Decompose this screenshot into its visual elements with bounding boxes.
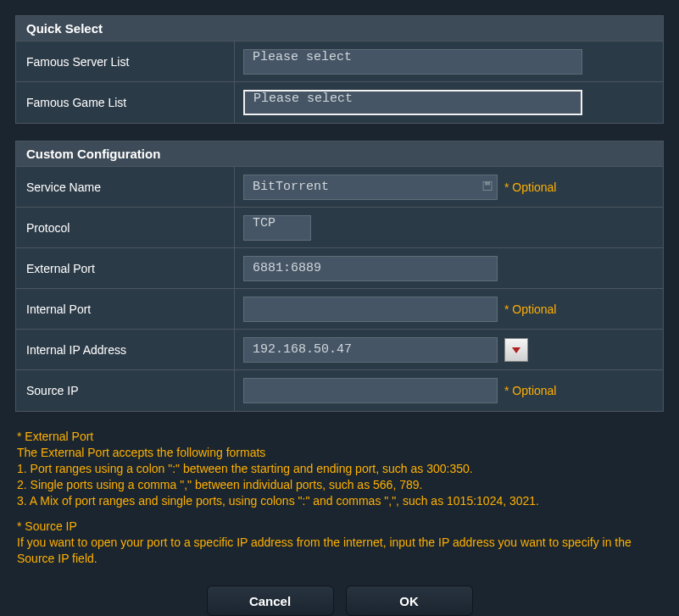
famous-game-row: Famous Game List Please select xyxy=(16,82,663,123)
custom-config-header: Custom Configuration xyxy=(16,142,663,167)
help-text-block: * External Port The External Port accept… xyxy=(15,429,664,567)
source-ip-label: Source IP xyxy=(16,370,235,411)
chevron-down-icon xyxy=(511,346,521,354)
source-ip-row: Source IP * Optional xyxy=(16,370,663,411)
help-source-ip-body: If you want to open your port to a speci… xyxy=(17,535,662,567)
internal-ip-dropdown-button[interactable] xyxy=(504,338,528,362)
help-source-ip-title: * Source IP xyxy=(17,519,662,535)
external-port-label: External Port xyxy=(16,248,235,288)
service-name-optional: * Optional xyxy=(504,180,556,194)
help-ext-port-line3: 3. A Mix of port ranges and single ports… xyxy=(17,493,662,509)
button-bar: Cancel OK xyxy=(15,585,664,616)
internal-port-input[interactable] xyxy=(243,297,498,322)
protocol-select[interactable]: TCP xyxy=(243,215,311,241)
ok-button[interactable]: OK xyxy=(346,585,473,616)
quick-select-section: Quick Select Famous Server List Please s… xyxy=(15,15,664,124)
service-name-label: Service Name xyxy=(16,167,235,207)
famous-server-select[interactable]: Please select xyxy=(243,49,582,75)
famous-server-label: Famous Server List xyxy=(16,42,235,81)
protocol-row: Protocol TCP xyxy=(16,208,663,248)
internal-ip-label: Internal IP Address xyxy=(16,330,235,369)
service-name-row: Service Name * Optional xyxy=(16,167,663,208)
help-ext-port-line2: 2. Single ports using a comma "," betwee… xyxy=(17,477,662,493)
service-name-input[interactable] xyxy=(243,175,498,200)
famous-game-select[interactable]: Please select xyxy=(243,90,582,115)
source-ip-optional: * Optional xyxy=(504,384,556,397)
internal-port-optional: * Optional xyxy=(504,302,556,316)
help-ext-port-line0: The External Port accepts the following … xyxy=(17,445,662,461)
protocol-label: Protocol xyxy=(16,208,235,247)
svg-marker-2 xyxy=(512,347,520,353)
help-ext-port-title: * External Port xyxy=(17,429,662,445)
custom-config-section: Custom Configuration Service Name * Opti… xyxy=(15,141,664,412)
source-ip-input[interactable] xyxy=(243,378,498,403)
quick-select-header: Quick Select xyxy=(16,16,663,42)
famous-server-row: Famous Server List Please select xyxy=(16,42,663,82)
internal-ip-row: Internal IP Address xyxy=(16,330,663,370)
internal-port-row: Internal Port * Optional xyxy=(16,289,663,330)
cancel-button[interactable]: Cancel xyxy=(207,585,334,616)
external-port-input[interactable] xyxy=(243,256,498,281)
famous-game-label: Famous Game List xyxy=(16,82,235,123)
internal-port-label: Internal Port xyxy=(16,289,235,329)
external-port-row: External Port xyxy=(16,248,663,289)
internal-ip-input[interactable] xyxy=(243,337,498,363)
help-ext-port-line1: 1. Port ranges using a colon ":" between… xyxy=(17,461,662,477)
